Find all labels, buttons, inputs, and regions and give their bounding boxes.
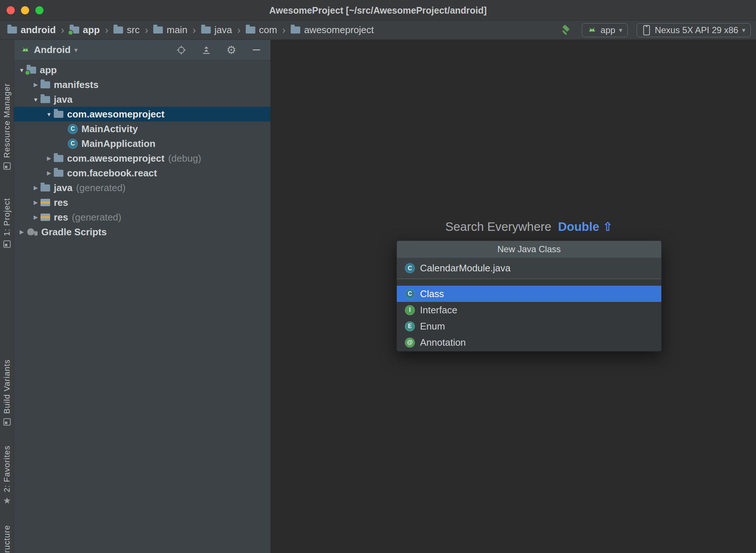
tree-row-com-awesomeproject[interactable]: ▼ com.awesomeproject [14,107,270,121]
navigation-bar: android › app › src › main › java › com … [0,21,756,40]
chevron-collapsed-icon[interactable]: ▶ [31,214,41,221]
chevron-collapsed-icon[interactable]: ▶ [31,199,41,206]
kind-option-enum[interactable]: E Enum [397,318,661,334]
class-icon: C [405,289,415,299]
gradle-icon [27,228,38,236]
breadcrumb-item-awesomeproject[interactable]: awesomeproject [291,24,374,36]
chevron-collapsed-icon[interactable]: ▶ [31,184,41,191]
module-folder-icon [27,67,36,74]
tree-row-app[interactable]: ▼ app [14,63,270,77]
collapse-all-button[interactable] [199,43,214,57]
tree-row-mainapplication[interactable]: ▶ C MainApplication [14,136,270,151]
hide-panel-button[interactable] [249,43,264,57]
tree-row-gradle-scripts[interactable]: ▶ Gradle Scripts [14,225,270,239]
tree-item-suffix: (generated) [72,212,121,223]
tree-item-label: com.awesomeproject [67,109,164,120]
folder-icon [201,27,211,34]
build-hammer-button[interactable] [558,23,573,38]
project-view-selector[interactable]: Android ▾ [21,44,78,56]
tree-item-suffix: (debug) [168,153,201,164]
chevron-collapsed-icon[interactable]: ▶ [17,229,27,235]
build-variants-icon [3,418,11,426]
android-icon [587,25,597,35]
folder-icon [246,27,255,34]
project-tool-icon [3,240,11,248]
project-view-label: Android [34,44,71,56]
kind-option-interface[interactable]: I Interface [397,302,661,318]
tree-row-java[interactable]: ▼ java [14,92,270,107]
kind-option-annotation[interactable]: @ Annotation [397,334,661,351]
tool-strip-item-structure[interactable]: 7: Structure [0,525,14,553]
chevron-expanded-icon[interactable]: ▼ [44,111,54,117]
annotation-icon: @ [405,338,415,348]
tree-row-mainactivity[interactable]: ▶ C MainActivity [14,121,270,136]
tool-strip-label: Resource Manager [2,83,12,158]
breadcrumb-label: awesomeproject [304,24,374,36]
chevron-down-icon: ▾ [74,46,78,54]
popup-title: New Java Class [397,241,661,258]
locate-file-button[interactable] [174,43,189,57]
folder-icon [113,27,123,34]
tree-item-label: MainApplication [81,138,155,149]
breadcrumb: android › app › src › main › java › com … [7,24,374,36]
package-icon [54,111,63,118]
tool-strip-item-favorites[interactable]: 2: Favorites ★ [0,445,14,505]
module-folder-icon [70,27,79,34]
tree-item-label: com.facebook.react [67,168,157,179]
tree-item-label: res [54,212,68,223]
resource-manager-icon [3,162,11,170]
breadcrumb-label: main [167,24,187,36]
phone-icon [642,24,651,36]
tree-item-label: manifests [54,79,98,91]
breadcrumb-item-main[interactable]: main [153,24,187,36]
tool-strip-item-resource-manager[interactable]: Resource Manager [0,83,14,170]
tree-item-label: app [40,64,57,76]
breadcrumb-item-app[interactable]: app [70,24,100,36]
breadcrumb-item-android[interactable]: android [7,24,56,36]
android-icon [21,45,30,55]
tree-row-res[interactable]: ▶ res [14,195,270,210]
chevron-expanded-icon[interactable]: ▼ [31,96,41,103]
project-tree: ▼ app ▶ manifests ▼ java ▼ com.awesomepr… [14,60,270,239]
run-configuration-label: app [601,25,615,35]
tool-window-strip: Resource Manager 1: Project Build Varian… [0,40,14,553]
window-title: AwesomeProject [~/src/AwesomeProject/and… [0,0,756,21]
kind-option-class[interactable]: C Class [397,286,661,302]
tool-strip-item-project[interactable]: 1: Project [0,198,14,248]
tree-row-manifests[interactable]: ▶ manifests [14,77,270,92]
device-selector[interactable]: Nexus 5X API 29 x86 ▾ [637,23,751,37]
tree-item-suffix: (generated) [76,182,126,194]
minus-icon [253,49,260,50]
breadcrumb-item-com[interactable]: com [246,24,277,36]
gear-icon: ⚙ [227,45,237,56]
package-icon [54,170,63,177]
breadcrumb-label: app [83,24,100,36]
target-icon [176,45,187,56]
tree-row-com-facebook-react[interactable]: ▶ com.facebook.react [14,166,270,180]
tool-strip-label: 2: Favorites [2,445,12,492]
kind-option-label: Enum [420,321,445,332]
tool-strip-item-build-variants[interactable]: Build Variants [0,359,14,426]
breadcrumb-item-java[interactable]: java [201,24,232,36]
run-toolbar: app ▾ Nexus 5X API 29 x86 ▾ [558,23,751,38]
breadcrumb-label: src [127,24,140,36]
folder-icon [7,27,17,34]
tree-row-res-generated[interactable]: ▶ res (generated) [14,210,270,225]
settings-button[interactable]: ⚙ [224,43,239,57]
breadcrumb-separator-icon: › [60,24,65,36]
chevron-collapsed-icon[interactable]: ▶ [44,170,54,176]
breadcrumb-label: java [214,24,232,36]
chevron-collapsed-icon[interactable]: ▶ [31,81,41,88]
class-name-input[interactable]: C CalendarModule.java [397,258,661,279]
titlebar: AwesomeProject [~/src/AwesomeProject/and… [0,0,756,21]
class-name-value: CalendarModule.java [420,263,511,274]
breadcrumb-item-src[interactable]: src [113,24,140,36]
tree-row-com-awesomeproject-debug[interactable]: ▶ com.awesomeproject (debug) [14,151,270,166]
interface-icon: I [405,305,415,315]
breadcrumb-label: com [259,24,277,36]
tree-row-java-generated[interactable]: ▶ java (generated) [14,180,270,195]
chevron-collapsed-icon[interactable]: ▶ [44,155,54,162]
run-configuration-selector[interactable]: app ▾ [582,23,628,37]
tool-strip-label: 7: Structure [2,525,12,553]
kind-option-label: Class [420,288,444,300]
